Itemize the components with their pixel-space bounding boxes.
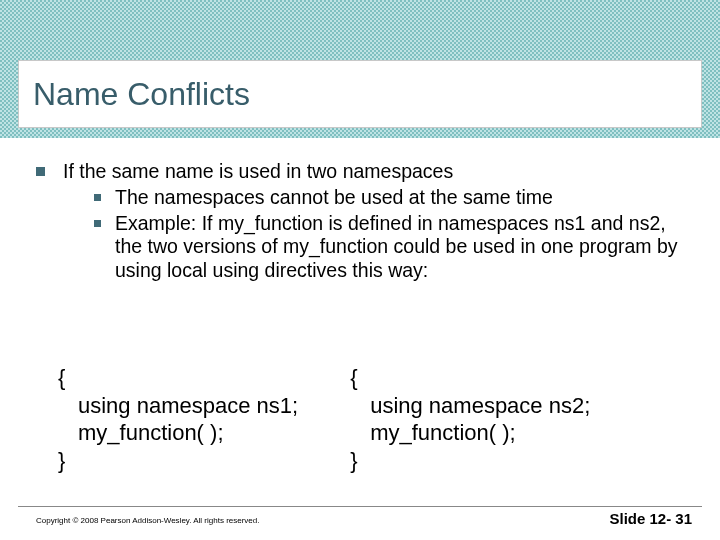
code-line: using namespace ns1; [58,392,298,420]
bullet-sub2-text: Example: If my_function is defined in na… [115,212,696,283]
code-block-right: { using namespace ns2;my_function( );} [350,364,590,474]
bullet-lead-text: If the same name is used in two namespac… [63,160,453,184]
slide: Name Conflicts If the same name is used … [0,0,720,540]
slide-number: Slide 12- 31 [609,510,692,527]
code-row: { using namespace ns1;my_function( );} {… [58,364,694,474]
code-line: { [58,365,65,390]
code-line: using namespace ns2; [350,392,590,420]
bullet-sub1-text: The namespaces cannot be used at the sam… [115,186,696,210]
bullet-level2: The namespaces cannot be used at the sam… [94,186,696,210]
copyright-text: Copyright © 2008 Pearson Addison-Wesley.… [36,516,260,525]
code-line: my_function( ); [350,419,590,447]
title-box: Name Conflicts [18,60,702,128]
bullet-icon [94,220,101,227]
footer-divider [18,506,702,507]
bullet-level2: Example: If my_function is defined in na… [94,212,696,283]
code-line: } [58,448,65,473]
code-line: } [350,448,357,473]
code-block-left: { using namespace ns1;my_function( );} [58,364,298,474]
bullet-icon [36,167,45,176]
body-content: If the same name is used in two namespac… [36,160,696,283]
code-line: { [350,365,357,390]
bullet-level1: If the same name is used in two namespac… [36,160,696,184]
slide-title: Name Conflicts [33,76,250,113]
code-line: my_function( ); [58,419,298,447]
bullet-icon [94,194,101,201]
